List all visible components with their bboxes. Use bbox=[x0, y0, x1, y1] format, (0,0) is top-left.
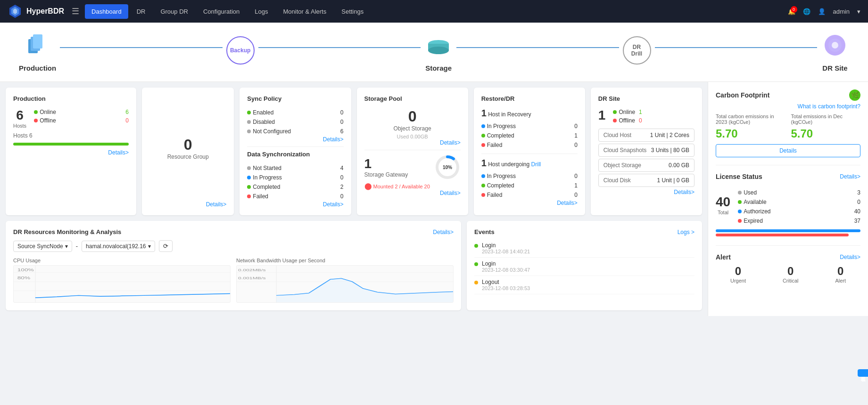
network-chart: Network Bandwidth Usage per Second 0.002… bbox=[236, 258, 454, 303]
pipeline-storage: Storage bbox=[424, 32, 453, 72]
production-card-title: Production bbox=[13, 95, 129, 102]
resource-group-center: 0 Resource Group bbox=[149, 95, 226, 201]
offline-row: Offline 0 bbox=[34, 116, 129, 125]
pipeline-backup: Backup bbox=[226, 36, 255, 68]
alert-section: Alert Details> 0 Urgent 0 Critical 0 Ale… bbox=[716, 253, 860, 284]
nav-right: 🔔 0 🌐 👤 admin ▾ bbox=[788, 8, 860, 15]
logo: HyperBDR bbox=[8, 4, 64, 19]
event-type-0: Login bbox=[482, 242, 530, 249]
divider-2 bbox=[716, 245, 860, 246]
dr-online-count: 1 bbox=[639, 109, 642, 115]
event-time-0: 2023-12-08 14:40:21 bbox=[482, 249, 530, 254]
used-label: Used bbox=[744, 189, 757, 196]
drill-completed: Completed 1 bbox=[481, 181, 578, 190]
svg-text:0.001MB/s: 0.001MB/s bbox=[238, 276, 265, 280]
carbon-2023-box: Total carbon emissions in 2023 (kgCO₂e) … bbox=[716, 113, 785, 140]
svg-text:0.002MB/s: 0.002MB/s bbox=[238, 268, 265, 272]
restore-dr-details-link[interactable]: Details> bbox=[481, 200, 578, 206]
host-select[interactable]: hamal.novalocal(192.16 ▾ bbox=[82, 241, 155, 252]
event-type-1: Login bbox=[482, 260, 530, 267]
critical-count-box: 0 Critical bbox=[783, 265, 799, 284]
expired-count: 37 bbox=[854, 218, 860, 224]
sync-policy-title: Sync Policy bbox=[247, 95, 343, 102]
offline-dot: Offline bbox=[34, 117, 56, 124]
restore-dr-title: Restore/DR bbox=[481, 95, 578, 102]
cloud-host-value: 1 Unit | 2 Cores bbox=[650, 132, 689, 138]
dr-online-row: Online 1 bbox=[613, 108, 642, 116]
object-storage-dr-value: 0.00 GB bbox=[669, 162, 689, 169]
carbon-2023-label: Total carbon emissions in 2023 (kgCO₂e) bbox=[716, 113, 785, 125]
r-failed-count: 0 bbox=[574, 142, 578, 148]
language-icon[interactable]: 🌐 bbox=[803, 8, 810, 15]
restore-failed: Failed 0 bbox=[481, 140, 578, 150]
carbon-link-row: What is carbon footprint? bbox=[716, 103, 860, 110]
license-details-link[interactable]: Details> bbox=[840, 173, 860, 180]
pipeline: Production Backup Storage DRDrill DR Sit… bbox=[0, 23, 868, 82]
nav-dr[interactable]: DR bbox=[130, 4, 152, 19]
cpu-chart-area: 100% 80% bbox=[13, 265, 231, 303]
sync-policy-details-link[interactable]: Details> bbox=[247, 136, 343, 143]
logo-text: HyperBDR bbox=[26, 7, 64, 16]
disabled-label: Disabled bbox=[253, 119, 275, 125]
refresh-button[interactable]: ⟳ bbox=[159, 240, 173, 252]
host-drill-row: 1 Host undergoing Drill bbox=[481, 158, 578, 169]
cloud-snapshots-box: Cloud Snapshots 3 Units | 80 GB bbox=[598, 144, 694, 157]
nav-configuration[interactable]: Configuration bbox=[197, 4, 246, 19]
alert-details-link[interactable]: Details> bbox=[840, 254, 860, 260]
license-available-row: Available 0 bbox=[738, 197, 860, 207]
event-dot-2 bbox=[474, 281, 478, 284]
resource-group-label: Resource Group bbox=[167, 154, 209, 160]
user-chevron-icon: ▾ bbox=[857, 8, 860, 15]
failed-count: 0 bbox=[340, 193, 344, 200]
carbon-info-link[interactable]: What is carbon footprint? bbox=[798, 103, 860, 110]
nav-group-dr[interactable]: Group DR bbox=[154, 4, 195, 19]
disabled-count: 0 bbox=[340, 119, 344, 125]
failed-row: Failed 0 bbox=[247, 192, 343, 201]
online-dot: Online bbox=[34, 109, 56, 115]
events-logs-link[interactable]: Logs > bbox=[678, 229, 694, 235]
restore-dr-card: Restore/DR 1 Host in Recovery In Progres… bbox=[474, 88, 585, 215]
enabled-label: Enabled bbox=[253, 109, 273, 116]
host-label: hamal.novalocal(192.16 bbox=[86, 243, 146, 250]
dr-offline-label: Offline bbox=[619, 117, 635, 124]
user-icon[interactable]: 👤 bbox=[818, 8, 826, 15]
content-area: Production 6 Hosts Online 6 Offline 0 bbox=[0, 82, 708, 316]
hamburger-icon[interactable]: ☰ bbox=[72, 6, 79, 16]
charts-row: CPU Usage 100% 80% bbox=[13, 258, 454, 303]
drill-in-progress: In Progress 0 bbox=[481, 171, 578, 181]
nav-settings[interactable]: Settings bbox=[335, 4, 370, 19]
main-content: Production 6 Hosts Online 6 Offline 0 bbox=[0, 82, 868, 316]
license-total-label: Total bbox=[716, 210, 730, 215]
pipeline-production: Production bbox=[19, 32, 56, 72]
storage-pool-details-link2[interactable]: Details> bbox=[364, 190, 461, 196]
production-details-link[interactable]: Details> bbox=[13, 149, 129, 156]
storage-pool-details-link1[interactable]: Details> bbox=[364, 139, 461, 146]
resource-group-details-link[interactable]: Details> bbox=[149, 201, 226, 208]
monitor-details-link[interactable]: Details> bbox=[433, 229, 454, 235]
nav-dashboard[interactable]: Dashboard bbox=[85, 4, 128, 19]
dr-site-details-link[interactable]: Details> bbox=[598, 189, 694, 195]
username[interactable]: admin bbox=[833, 8, 850, 15]
cpu-chart-title: CPU Usage bbox=[13, 258, 231, 263]
online-count: 6 bbox=[125, 109, 129, 115]
host-recovery-label: Host in Recovery bbox=[488, 111, 531, 118]
license-used-row: Used 3 bbox=[738, 188, 860, 197]
host-chevron-icon: ▾ bbox=[148, 243, 151, 250]
gateway-count: 1 bbox=[364, 156, 408, 171]
nav-monitor-alerts[interactable]: Monitor & Alerts bbox=[276, 4, 333, 19]
cloud-snapshots-value: 3 Units | 80 GB bbox=[651, 147, 689, 154]
carbon-details-button[interactable]: Details bbox=[716, 144, 860, 157]
nav-logs[interactable]: Logs bbox=[248, 4, 274, 19]
in-progress-row: In Progress 0 bbox=[247, 173, 343, 182]
mounted-info: ⬤ Mounted 2 / Available 20 bbox=[364, 182, 461, 190]
license-total-num: 40 bbox=[716, 194, 730, 210]
event-item-1: Login 2023-12-08 03:30:47 bbox=[474, 258, 694, 276]
object-storage-used: Used 0.00GB bbox=[364, 134, 461, 139]
notification-bell[interactable]: 🔔 0 bbox=[788, 8, 795, 15]
restore-completed: Completed 1 bbox=[481, 131, 578, 140]
data-sync-details-link[interactable]: Details> bbox=[247, 201, 343, 208]
event-content-0: Login 2023-12-08 14:40:21 bbox=[482, 242, 530, 254]
cloud-host-box: Cloud Host 1 Unit | 2 Cores bbox=[598, 129, 694, 142]
source-select[interactable]: Source SyncNode ▾ bbox=[13, 241, 72, 252]
urgent-label: Urgent bbox=[730, 278, 746, 284]
